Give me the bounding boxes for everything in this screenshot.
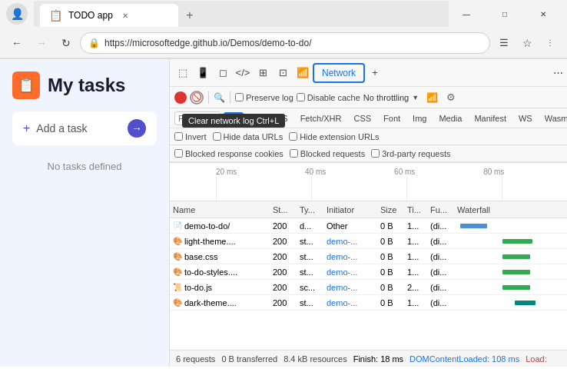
nav-bar: ← → ↻ 🔒 https://microsoftedge.github.io/…	[0, 28, 567, 58]
hide-data-urls-input[interactable]	[213, 132, 221, 141]
initiator-link-5[interactable]: demo-...	[327, 298, 357, 307]
refresh-button[interactable]: ↻	[55, 32, 77, 54]
col-header-fulfilled[interactable]: Fu...	[430, 205, 457, 214]
blocked-requests-input[interactable]	[290, 149, 298, 158]
third-party-requests-checkbox[interactable]: 3rd-party requests	[371, 149, 450, 158]
blocked-response-cookies-checkbox[interactable]: Blocked response cookies	[174, 149, 284, 158]
col-header-status[interactable]: St...	[273, 205, 300, 214]
cell-time-1: 1...	[407, 237, 430, 246]
collections-button[interactable]: ⋮	[539, 32, 561, 54]
minimize-button[interactable]: —	[449, 0, 484, 28]
back-button[interactable]: ←	[6, 32, 28, 54]
row-type-icon-3: 🎨	[173, 267, 182, 276]
blocked-requests-checkbox[interactable]: Blocked requests	[290, 149, 365, 158]
address-bar[interactable]: 🔒 https://microsoftedge.github.io/Demos/…	[80, 32, 490, 54]
col-header-time[interactable]: Ti...	[407, 205, 430, 214]
console-icon[interactable]: ⊞	[253, 63, 273, 83]
filter-chip-media[interactable]: Media	[433, 112, 467, 125]
col-header-type[interactable]: Ty...	[300, 205, 327, 214]
tab-close-button[interactable]: ✕	[122, 12, 128, 20]
search-icon[interactable]: 🔍	[214, 92, 225, 103]
forward-button[interactable]: →	[31, 32, 52, 54]
initiator-link-3[interactable]: demo-...	[327, 267, 357, 277]
cell-name-2: 🎨 base.css	[173, 252, 273, 261]
hide-extension-urls-checkbox[interactable]: Hide extension URLs	[289, 132, 379, 141]
disable-cache-checkbox[interactable]: Disable cache	[297, 93, 360, 102]
preserve-log-input[interactable]	[235, 93, 244, 101]
maximize-button[interactable]: □	[487, 0, 522, 28]
disable-cache-input[interactable]	[297, 93, 305, 101]
no-tasks-text: No tasks defined	[12, 161, 157, 172]
timeline-area[interactable]: 20 ms 40 ms 60 ms 80 ms 100 ms	[170, 163, 567, 201]
cell-fulfilled-3: (di...	[430, 267, 457, 277]
cell-initiator-2: demo-...	[327, 252, 380, 261]
new-tab-button[interactable]: +	[178, 4, 201, 27]
hide-extension-urls-input[interactable]	[289, 132, 297, 141]
cell-name-3: 🎨 to-do-styles....	[173, 267, 273, 277]
preserve-log-checkbox[interactable]: Preserve log	[235, 93, 293, 102]
window-controls: — □ ✕	[449, 0, 561, 28]
filter-chip-img[interactable]: Img	[407, 112, 432, 125]
third-party-input[interactable]	[371, 149, 380, 158]
table-row[interactable]: 📄 demo-to-do/ 200 d... Other 0 B 1... (d…	[170, 218, 567, 234]
filter-chip-fetch[interactable]: Fetch/XHR	[295, 112, 347, 125]
waterfall-bar-1	[502, 239, 532, 244]
devtools-top-bar: ⬚ 📱 ◻ </> ⊞ ⊡ 📶 Network + ⋯ ? ✕	[170, 59, 567, 87]
profile-icon[interactable]: 👤	[6, 3, 28, 25]
timeline-grid-lines	[216, 177, 567, 201]
blocked-cookies-input[interactable]	[174, 149, 183, 158]
table-row[interactable]: 🎨 base.css 200 st... demo-... 0 B 1... (…	[170, 249, 567, 264]
cell-type-3: st...	[300, 267, 327, 277]
elements-icon[interactable]: ◻	[213, 63, 233, 83]
cell-size-4: 0 B	[380, 283, 407, 292]
filter-chip-font[interactable]: Font	[378, 112, 406, 125]
cell-waterfall-3	[457, 268, 567, 276]
add-panel-icon[interactable]: +	[365, 63, 385, 83]
network-settings-icon[interactable]: ⚙	[446, 91, 456, 103]
table-row[interactable]: 🎨 light-theme.... 200 st... demo-... 0 B…	[170, 234, 567, 249]
cell-status-3: 200	[273, 267, 300, 277]
table-row[interactable]: 🎨 to-do-styles.... 200 st... demo-... 0 …	[170, 264, 567, 280]
cell-time-5: 1...	[407, 298, 430, 307]
col-header-size[interactable]: Size	[380, 205, 407, 214]
table-row[interactable]: 🎨 dark-theme.... 200 st... demo-... 0 B …	[170, 295, 567, 311]
browser-tab[interactable]: 📋 TODO app ✕	[40, 4, 178, 27]
cell-size-1: 0 B	[380, 237, 407, 246]
performance-icon[interactable]: ⊡	[273, 63, 293, 83]
throttle-dropdown-icon[interactable]: ▼	[412, 94, 419, 101]
invert-checkbox[interactable]: Invert	[174, 132, 207, 141]
close-button[interactable]: ✕	[526, 0, 561, 28]
col-header-name[interactable]: Name	[173, 205, 273, 214]
cell-name-text-2: base.css	[184, 252, 217, 261]
wifi-settings-icon[interactable]: 📶	[422, 88, 442, 108]
read-view-button[interactable]: ☰	[493, 32, 515, 54]
initiator-link-1[interactable]: demo-...	[327, 237, 357, 246]
hide-data-urls-checkbox[interactable]: Hide data URLs	[213, 132, 284, 141]
col-header-initiator[interactable]: Initiator	[327, 205, 380, 214]
initiator-link-2[interactable]: demo-...	[327, 252, 357, 261]
grid-line-3	[406, 177, 407, 201]
filter-chip-css[interactable]: CSS	[348, 112, 376, 125]
plus-icon: +	[23, 121, 30, 135]
device-icon[interactable]: 📱	[193, 63, 213, 83]
timeline-ruler: 20 ms 40 ms 60 ms 80 ms 100 ms	[216, 168, 567, 176]
record-button[interactable]	[174, 91, 187, 104]
favorites-button[interactable]: ☆	[516, 32, 538, 54]
add-task-button[interactable]: + Add a task →	[12, 111, 157, 145]
cell-fulfilled-0: (di...	[430, 221, 457, 231]
network-table[interactable]: Name St... Ty... Initiator Size Ti... Fu…	[170, 201, 567, 350]
inspect-icon[interactable]: ⬚	[173, 63, 193, 83]
clear-network-log-button[interactable]: 🚫	[190, 91, 204, 105]
filter-chip-ws[interactable]: WS	[513, 112, 538, 125]
more-tools-icon[interactable]: ⋯	[549, 63, 567, 83]
cell-name-text-0: demo-to-do/	[184, 221, 230, 231]
cell-status-1: 200	[273, 237, 300, 246]
network-tab-button[interactable]: Network	[313, 63, 365, 83]
col-header-waterfall[interactable]: Waterfall ▲	[457, 205, 567, 214]
filter-chip-wasm[interactable]: Wasm	[539, 112, 567, 125]
filter-chip-manifest[interactable]: Manifest	[469, 112, 512, 125]
initiator-link-4[interactable]: demo-...	[327, 283, 357, 292]
table-row[interactable]: 📜 to-do.js 200 sc... demo-... 0 B 2... (…	[170, 280, 567, 295]
invert-input[interactable]	[174, 132, 183, 141]
sources-icon[interactable]: </>	[233, 63, 253, 83]
